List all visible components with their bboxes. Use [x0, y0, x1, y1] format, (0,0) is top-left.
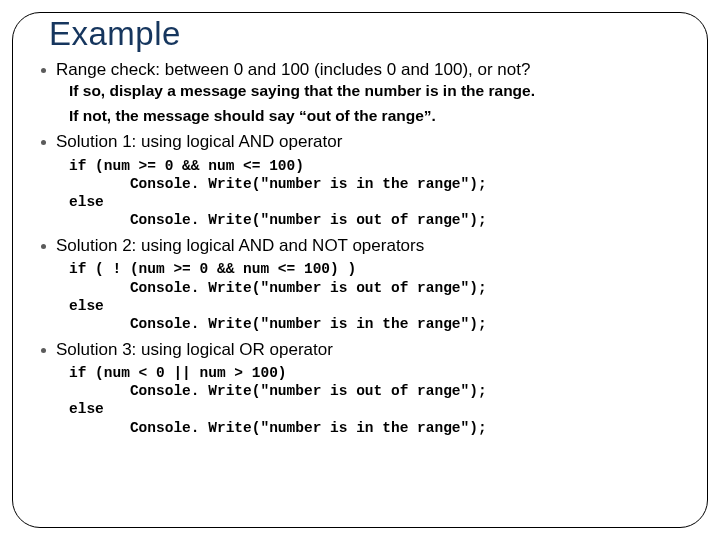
slide-frame: Example Range check: between 0 and 100 (… [12, 12, 708, 528]
code-block-2: if ( ! (num >= 0 && num <= 100) ) Consol… [69, 260, 685, 333]
bullet-1-sub2: If not, the message should say “out of t… [69, 107, 685, 126]
bullet-list: Range check: between 0 and 100 (includes… [35, 59, 685, 437]
bullet-dot-icon [41, 244, 46, 249]
bullet-4: Solution 3: using logical OR operator if… [35, 339, 685, 437]
bullet-2-text: Solution 1: using logical AND operator [56, 131, 342, 152]
bullet-dot-icon [41, 140, 46, 145]
bullet-3-text: Solution 2: using logical AND and NOT op… [56, 235, 424, 256]
bullet-4-text: Solution 3: using logical OR operator [56, 339, 333, 360]
bullet-dot-icon [41, 68, 46, 73]
bullet-1-sub1: If so, display a message saying that the… [69, 82, 685, 101]
bullet-3: Solution 2: using logical AND and NOT op… [35, 235, 685, 333]
slide-title: Example [49, 15, 685, 53]
code-block-1: if (num >= 0 && num <= 100) Console. Wri… [69, 157, 685, 230]
bullet-dot-icon [41, 348, 46, 353]
bullet-2: Solution 1: using logical AND operator i… [35, 131, 685, 229]
bullet-1: Range check: between 0 and 100 (includes… [35, 59, 685, 125]
bullet-1-text: Range check: between 0 and 100 (includes… [56, 59, 530, 80]
code-block-3: if (num < 0 || num > 100) Console. Write… [69, 364, 685, 437]
